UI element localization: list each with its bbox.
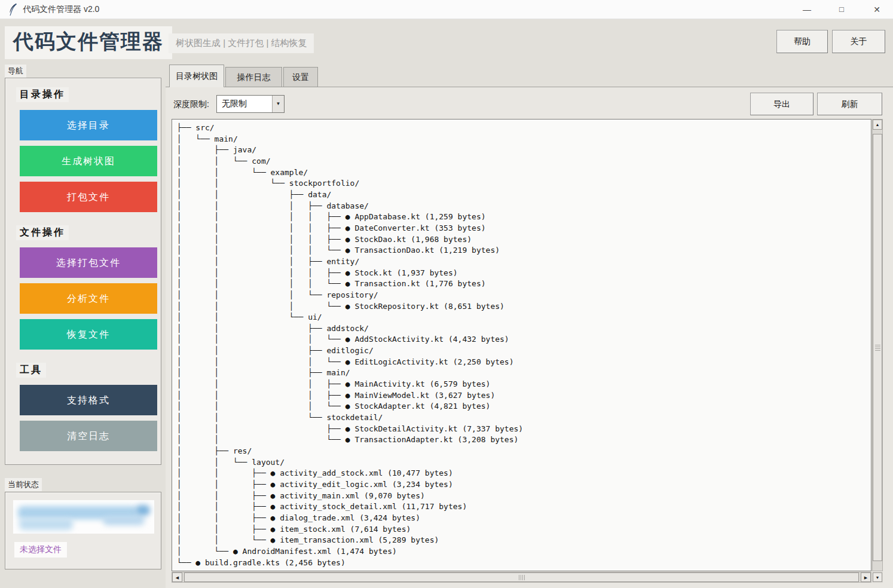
file-status-text: 未选择文件 xyxy=(14,542,67,558)
restore-file-button[interactable]: 恢复文件 xyxy=(20,319,157,350)
blur-shape xyxy=(136,505,150,516)
app-window: 代码文件管理器 v2.0 — □ ✕ 代码文件管理器 树状图生成 | 文件打包 … xyxy=(0,0,893,588)
horizontal-scrollbar[interactable]: ◀ ▶ xyxy=(172,572,871,583)
title-bar: 代码文件管理器 v2.0 — □ ✕ xyxy=(0,0,893,19)
scroll-right-icon[interactable]: ▶ xyxy=(861,572,871,582)
vertical-scroll-thumb[interactable] xyxy=(873,134,882,561)
feather-logo-icon xyxy=(8,3,18,16)
window-title: 代码文件管理器 v2.0 xyxy=(23,4,99,15)
scrollbar-corner: ▼ xyxy=(872,572,883,583)
vertical-scrollbar[interactable]: ▲ xyxy=(872,119,883,571)
scroll-left-icon[interactable]: ◀ xyxy=(172,572,182,582)
section-heading-file-ops: 文件操作 xyxy=(16,225,69,240)
depth-limit-label: 深度限制: xyxy=(173,99,209,110)
scroll-down-icon[interactable]: ▼ xyxy=(873,572,882,582)
blur-shape xyxy=(19,518,73,530)
sidebar-nav-label: 导航 xyxy=(5,65,26,78)
generate-tree-button[interactable]: 生成树状图 xyxy=(20,146,157,176)
page-subtitle: 树状图生成 | 文件打包 | 结构恢复 xyxy=(169,33,314,53)
maximize-button[interactable]: □ xyxy=(828,0,855,19)
section-heading-tools: 工具 xyxy=(16,363,46,378)
supported-formats-button[interactable]: 支持格式 xyxy=(20,385,157,415)
package-files-button[interactable]: 打包文件 xyxy=(20,182,157,212)
analyze-file-button[interactable]: 分析文件 xyxy=(20,283,157,314)
help-button[interactable]: 帮助 xyxy=(776,30,828,53)
horizontal-scroll-thumb[interactable] xyxy=(184,572,859,582)
select-package-file-button[interactable]: 选择打包文件 xyxy=(20,247,157,278)
minimize-button[interactable]: — xyxy=(793,0,821,19)
blur-shape xyxy=(103,516,145,525)
depth-limit-select[interactable]: 无限制 ▼ xyxy=(216,95,285,113)
chevron-down-icon[interactable]: ▼ xyxy=(272,96,284,112)
clear-log-button[interactable]: 清空日志 xyxy=(20,421,157,451)
close-button[interactable]: ✕ xyxy=(863,0,891,19)
tab-settings[interactable]: 设置 xyxy=(283,67,318,87)
directory-tree-view[interactable]: ├── src/ │ └── main/ │ ├── java/ │ │ └──… xyxy=(172,119,871,571)
export-button[interactable]: 导出 xyxy=(750,93,814,115)
select-directory-button[interactable]: 选择目录 xyxy=(20,110,157,140)
tree-area: ├── src/ │ └── main/ │ ├── java/ │ │ └──… xyxy=(172,119,883,583)
about-button[interactable]: 关于 xyxy=(832,30,885,53)
tab-operation-log[interactable]: 操作日志 xyxy=(225,67,282,87)
status-section-label: 当前状态 xyxy=(5,478,42,491)
redacted-path-preview xyxy=(13,500,154,534)
thumb-grip xyxy=(875,345,880,351)
thumb-grip xyxy=(519,575,525,580)
scroll-up-icon[interactable]: ▲ xyxy=(873,120,882,130)
tab-directory-tree[interactable]: 目录树状图 xyxy=(169,65,224,87)
depth-limit-value: 无限制 xyxy=(222,99,247,109)
status-frame: 未选择文件 xyxy=(5,492,161,569)
section-heading-directory-ops: 目录操作 xyxy=(16,87,69,102)
page-title: 代码文件管理器 xyxy=(5,26,172,59)
directory-tree-text: ├── src/ │ └── main/ │ ├── java/ │ │ └──… xyxy=(172,120,871,568)
sidebar-nav-frame: 目录操作 选择目录 生成树状图 打包文件 文件操作 选择打包文件 分析文件 恢复… xyxy=(5,78,161,465)
refresh-button[interactable]: 刷新 xyxy=(817,93,882,115)
